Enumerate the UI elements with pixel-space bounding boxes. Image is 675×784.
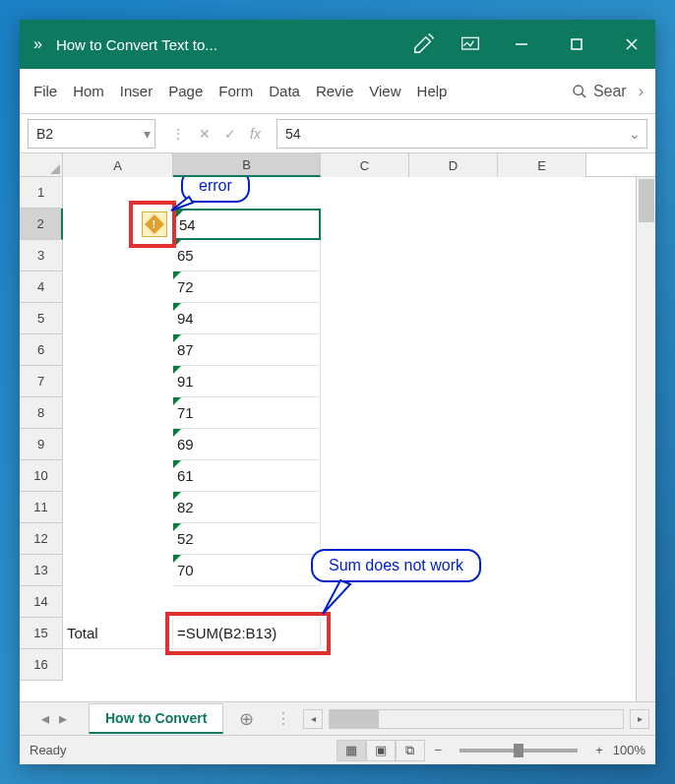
col-header-a[interactable]: A bbox=[63, 153, 173, 177]
cell-b7[interactable]: 91 bbox=[173, 366, 321, 397]
tab-file[interactable]: File bbox=[26, 69, 65, 113]
row-header[interactable]: 3 bbox=[20, 240, 63, 271]
cell-b2[interactable]: 54 bbox=[173, 209, 321, 240]
view-pagelayout-button[interactable]: ▣ bbox=[366, 740, 396, 761]
row-header[interactable]: 6 bbox=[20, 334, 63, 366]
search-label: Sear bbox=[593, 83, 627, 100]
error-indicator-icon[interactable] bbox=[142, 211, 167, 237]
cell-b3[interactable]: 65 bbox=[173, 240, 321, 271]
grip-icon: ⋮ bbox=[171, 126, 185, 142]
zoom-level[interactable]: 100% bbox=[613, 743, 645, 757]
tab-review[interactable]: Revie bbox=[308, 69, 361, 113]
formula-bar: B2 ▾ ⋮ ✕ ✓ fx 54 ⌄ bbox=[20, 114, 655, 153]
sheet-divider: ⋮ bbox=[270, 709, 297, 728]
row-header[interactable]: 2 bbox=[20, 209, 63, 240]
col-header-e[interactable]: E bbox=[498, 153, 586, 177]
hscroll-track[interactable] bbox=[329, 709, 624, 729]
ribbon-search[interactable]: Sear bbox=[572, 83, 633, 100]
row-header[interactable]: 15 bbox=[20, 618, 63, 649]
col-header-b[interactable]: B bbox=[173, 153, 321, 177]
cell-b13[interactable]: 70 bbox=[173, 555, 321, 586]
cell-a15[interactable]: Total bbox=[63, 618, 173, 649]
tab-insert[interactable]: Inser bbox=[112, 69, 160, 113]
row-header[interactable]: 13 bbox=[20, 555, 63, 586]
select-all-corner[interactable] bbox=[20, 153, 63, 176]
row-header[interactable]: 12 bbox=[20, 523, 63, 555]
cell-b4[interactable]: 72 bbox=[173, 271, 321, 303]
tab-data[interactable]: Data bbox=[261, 69, 308, 113]
titlebar: » How to Convert Text to... bbox=[20, 20, 655, 69]
cell-b9[interactable]: 69 bbox=[173, 429, 321, 460]
sheet-tab-active[interactable]: How to Convert bbox=[89, 703, 223, 734]
ribbon-more[interactable]: › bbox=[633, 83, 649, 100]
cancel-icon[interactable]: ✕ bbox=[199, 126, 211, 142]
tab-page[interactable]: Page bbox=[160, 69, 211, 113]
tab-home[interactable]: Hom bbox=[65, 69, 112, 113]
zoom-handle[interactable] bbox=[514, 744, 523, 757]
minimize-button[interactable] bbox=[498, 20, 545, 69]
maximize-button[interactable] bbox=[553, 20, 600, 69]
cell-b10[interactable]: 61 bbox=[173, 460, 321, 492]
accept-icon[interactable]: ✓ bbox=[224, 126, 236, 142]
expand-icon[interactable]: ⌄ bbox=[629, 126, 641, 142]
row-header[interactable]: 7 bbox=[20, 366, 63, 397]
sheet-next-icon[interactable]: ▸ bbox=[59, 709, 67, 728]
callout-error: error bbox=[181, 177, 250, 203]
ribbon: File Hom Inser Page Form Data Revie View… bbox=[20, 69, 655, 114]
scrollbar-thumb[interactable] bbox=[639, 179, 654, 222]
tab-formulas[interactable]: Form bbox=[211, 69, 261, 113]
name-box[interactable]: B2 ▾ bbox=[28, 119, 155, 149]
fx-icon[interactable]: fx bbox=[250, 126, 261, 142]
cell-b11[interactable]: 82 bbox=[173, 492, 321, 523]
view-pagebreak-button[interactable]: ⧉ bbox=[396, 740, 425, 761]
hscroll-left-button[interactable]: ◂ bbox=[303, 709, 323, 729]
zoom-slider[interactable] bbox=[460, 749, 578, 753]
svg-point-5 bbox=[574, 86, 583, 94]
cell-b12[interactable]: 52 bbox=[173, 523, 321, 555]
sheet-prev-icon[interactable]: ◂ bbox=[41, 709, 49, 728]
row-header[interactable]: 14 bbox=[20, 586, 63, 618]
ribbon-display-icon[interactable] bbox=[451, 20, 490, 69]
svg-rect-0 bbox=[462, 37, 479, 49]
tab-help[interactable]: Help bbox=[409, 69, 456, 113]
zoom-out-button[interactable]: − bbox=[435, 743, 443, 757]
inking-icon[interactable] bbox=[403, 20, 443, 69]
callout-sum: Sum does not work bbox=[311, 549, 481, 582]
window-title: How to Convert Text to... bbox=[56, 36, 217, 53]
row-header[interactable]: 9 bbox=[20, 429, 63, 460]
statusbar: Ready ▦ ▣ ⧉ − + 100% bbox=[20, 735, 655, 764]
cells-area[interactable]: Total 54 65 72 94 87 91 71 69 61 82 52 7… bbox=[63, 177, 636, 701]
tab-view[interactable]: View bbox=[361, 69, 408, 113]
col-header-c[interactable]: C bbox=[321, 153, 409, 177]
row-header[interactable]: 10 bbox=[20, 460, 63, 492]
zoom-in-button[interactable]: + bbox=[595, 743, 603, 757]
row-header[interactable]: 11 bbox=[20, 492, 63, 523]
chevron-down-icon: ▾ bbox=[144, 126, 151, 142]
vertical-scrollbar[interactable] bbox=[636, 177, 655, 701]
name-box-value: B2 bbox=[36, 126, 53, 142]
svg-rect-2 bbox=[572, 39, 582, 49]
cell-b5[interactable]: 94 bbox=[173, 303, 321, 334]
col-header-d[interactable]: D bbox=[409, 153, 498, 177]
grid: A B C D E 1 2 3 4 5 6 7 8 9 10 11 12 13 … bbox=[20, 153, 655, 701]
row-header[interactable]: 8 bbox=[20, 397, 63, 429]
svg-line-6 bbox=[582, 93, 585, 97]
cell-b15[interactable]: =SUM(B2:B13) bbox=[173, 618, 321, 649]
hscroll-right-button[interactable]: ▸ bbox=[630, 709, 649, 729]
titlebar-chevron[interactable]: » bbox=[33, 35, 42, 53]
hscroll-thumb[interactable] bbox=[330, 710, 379, 728]
add-sheet-button[interactable]: ⊕ bbox=[223, 708, 270, 730]
row-header[interactable]: 5 bbox=[20, 303, 63, 334]
sheet-nav[interactable]: ◂ ▸ bbox=[20, 709, 89, 728]
search-icon bbox=[572, 84, 587, 99]
sheet-tabs: ◂ ▸ How to Convert ⊕ ⋮ ◂ ▸ bbox=[20, 701, 655, 735]
row-header[interactable]: 1 bbox=[20, 177, 63, 209]
close-button[interactable] bbox=[608, 20, 655, 69]
cell-b6[interactable]: 87 bbox=[173, 334, 321, 366]
status-ready: Ready bbox=[30, 743, 67, 757]
view-normal-button[interactable]: ▦ bbox=[337, 740, 366, 761]
row-header[interactable]: 4 bbox=[20, 271, 63, 303]
row-header[interactable]: 16 bbox=[20, 649, 63, 681]
formula-input[interactable]: 54 ⌄ bbox=[276, 119, 647, 149]
cell-b8[interactable]: 71 bbox=[173, 397, 321, 429]
